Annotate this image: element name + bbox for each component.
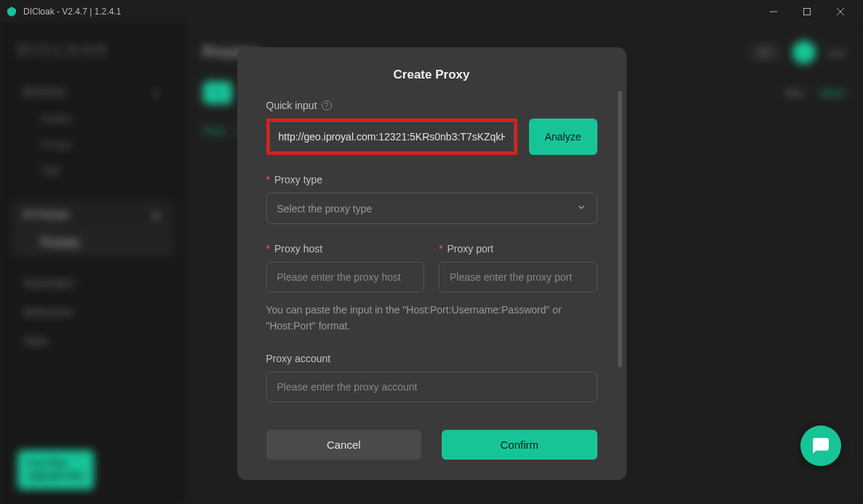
chat-icon xyxy=(811,436,830,455)
format-hint: You can paste the input in the "Host:Por… xyxy=(266,303,597,334)
quick-input-highlight xyxy=(266,119,517,155)
cancel-button[interactable]: Cancel xyxy=(266,430,422,460)
titlebar-title: DICloak - V2.4.7 | 1.2.4.1 xyxy=(23,7,122,17)
quick-input-label: Quick input ? xyxy=(266,100,597,111)
modal-footer: Cancel Confirm xyxy=(237,418,627,480)
analyze-button[interactable]: Analyze xyxy=(529,119,597,155)
quick-input[interactable] xyxy=(269,121,514,152)
chat-bubble[interactable] xyxy=(800,425,841,466)
modal-title: Create Proxy xyxy=(237,68,627,82)
proxy-type-select[interactable]: Select the proxy type xyxy=(266,193,597,224)
modal-overlay: Create Proxy Quick input ? 10 Analyze * … xyxy=(0,23,863,504)
scrollbar[interactable] xyxy=(618,91,622,367)
proxy-type-label: * Proxy type xyxy=(266,174,597,185)
proxy-port-input[interactable] xyxy=(439,262,597,292)
proxy-account-input[interactable] xyxy=(266,372,597,402)
titlebar-left: DICloak - V2.4.7 | 1.2.4.1 xyxy=(6,6,122,17)
modal-header: Create Proxy xyxy=(237,47,627,100)
proxy-host-input[interactable] xyxy=(266,262,425,292)
titlebar: DICloak - V2.4.7 | 1.2.4.1 xyxy=(0,0,863,23)
svg-rect-1 xyxy=(804,9,811,15)
maximize-button[interactable] xyxy=(790,0,824,23)
confirm-button[interactable]: Confirm xyxy=(442,430,597,460)
close-button[interactable] xyxy=(824,0,857,23)
modal-body: Quick input ? 10 Analyze * Proxy type Se… xyxy=(237,100,627,418)
create-proxy-modal: Create Proxy Quick input ? 10 Analyze * … xyxy=(237,47,627,480)
app-icon xyxy=(6,6,17,17)
window-controls xyxy=(757,0,857,23)
minimize-button[interactable] xyxy=(757,0,790,23)
proxy-host-label: * Proxy host xyxy=(266,243,425,255)
chevron-down-icon xyxy=(576,202,586,215)
help-icon[interactable]: ? xyxy=(322,100,332,111)
proxy-account-label: Proxy account xyxy=(266,353,597,364)
proxy-port-label: * Proxy port xyxy=(439,243,597,255)
